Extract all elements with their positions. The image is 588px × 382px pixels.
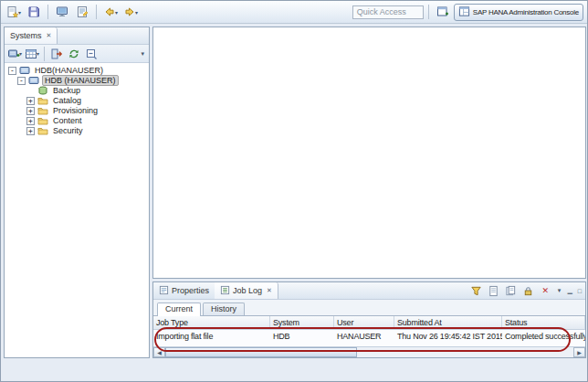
- lock-icon: [522, 285, 534, 297]
- log-off-button[interactable]: [48, 46, 65, 61]
- add-system-button[interactable]: ▾: [6, 46, 23, 61]
- table-row[interactable]: Importing flat file HDB HANAUSER Thu Nov…: [153, 330, 585, 342]
- column-header-submitted-at[interactable]: Submitted At: [394, 316, 502, 329]
- open-perspective-button[interactable]: [434, 3, 452, 21]
- log-off-icon: [50, 48, 63, 60]
- tab-job-log[interactable]: Job Log ✕: [215, 282, 278, 299]
- column-header-system[interactable]: System: [270, 316, 334, 329]
- main-toolbar: ▾ ▾ ▾ Quick Access SAP HANA Administrati…: [1, 1, 587, 24]
- quick-access-input[interactable]: Quick Access: [352, 5, 424, 19]
- remove-icon: ✕: [542, 286, 550, 295]
- scroll-lock-button[interactable]: [520, 283, 536, 298]
- sql-console-button[interactable]: [73, 3, 91, 21]
- perspective-label: SAP HANA Administration Console: [473, 8, 579, 16]
- view-menu-button[interactable]: ▾: [138, 50, 147, 58]
- export-log-button[interactable]: [486, 283, 501, 298]
- expander-icon[interactable]: -: [17, 77, 26, 85]
- subtab-current[interactable]: Current: [157, 302, 201, 316]
- view-menu-button[interactable]: ▾: [555, 287, 564, 294]
- tree-item-label: Security: [51, 126, 85, 135]
- expander-icon[interactable]: +: [26, 107, 35, 115]
- toolbar-separator: [96, 5, 97, 19]
- close-icon[interactable]: ✕: [267, 287, 272, 294]
- forward-button[interactable]: ▾: [121, 3, 140, 21]
- chevron-down-icon: ▾: [135, 9, 138, 16]
- toolbar-separator: [428, 5, 429, 19]
- cell-submitted-at: Thu Nov 26 19:45:42 IST 2015: [394, 330, 502, 342]
- systems-tabbar: Systems ✕: [5, 27, 149, 45]
- expander-icon[interactable]: +: [26, 97, 35, 105]
- back-icon: [103, 5, 116, 18]
- job-log-panel: Properties Job Log ✕: [152, 281, 586, 358]
- tree-item-hdb-hanauser-root[interactable]: - HDB(HANAUSER): [5, 66, 149, 75]
- add-system-icon: [7, 48, 20, 60]
- folder-icon: [37, 125, 48, 136]
- tree-item-catalog[interactable]: + Catalog: [5, 96, 149, 105]
- bottom-tabbar: Properties Job Log ✕: [153, 282, 585, 300]
- expander-icon[interactable]: +: [26, 127, 35, 135]
- tree-item-security[interactable]: + Security: [5, 126, 149, 135]
- refresh-button[interactable]: [66, 46, 82, 61]
- close-icon[interactable]: ✕: [47, 32, 52, 39]
- editor-area: [152, 27, 586, 279]
- column-header-user[interactable]: User: [334, 316, 394, 329]
- toolbar-separator: [44, 47, 45, 61]
- cell-user: HANAUSER: [334, 330, 394, 342]
- perspective-icon: [458, 5, 470, 19]
- clear-log-button[interactable]: [503, 283, 519, 298]
- systems-tab-label: Systems: [10, 31, 42, 40]
- cell-status: Completed successfully: [502, 330, 585, 342]
- clear-log-icon: [505, 285, 517, 297]
- tree-item-label: HDB (HANAUSER): [42, 75, 119, 86]
- properties-tab-icon: [159, 285, 169, 297]
- expander-icon[interactable]: -: [8, 67, 16, 75]
- expander-icon[interactable]: +: [26, 117, 35, 125]
- job-log-tab-icon: [220, 285, 230, 297]
- scroll-left-button[interactable]: ◀: [153, 347, 165, 357]
- chevron-down-icon: ▾: [37, 50, 39, 57]
- horizontal-scrollbar[interactable]: ◀ ▶: [153, 346, 585, 357]
- chevron-down-icon: ▾: [115, 9, 118, 16]
- tree-item-content[interactable]: + Content: [5, 116, 149, 125]
- tree-item-label: HDB(HANAUSER): [33, 66, 105, 75]
- scroll-right-button[interactable]: ▶: [573, 347, 585, 357]
- open-perspective-icon: [436, 5, 449, 18]
- back-button[interactable]: ▾: [101, 3, 120, 21]
- minimize-button[interactable]: ▁: [565, 287, 573, 294]
- new-wizard-icon: [6, 5, 19, 18]
- column-header-status[interactable]: Status: [502, 316, 585, 329]
- systems-tree: - HDB(HANAUSER) - HDB (HANAUSER) Backup …: [5, 63, 149, 135]
- administration-icon: [56, 5, 68, 18]
- tree-item-hdb-hanauser[interactable]: - HDB (HANAUSER): [5, 76, 149, 85]
- sql-console-icon: [76, 5, 89, 18]
- tree-item-label: Provisioning: [51, 106, 100, 115]
- tab-properties[interactable]: Properties: [153, 282, 215, 299]
- save-icon: [27, 5, 40, 18]
- system-view-button[interactable]: ▾: [24, 46, 40, 61]
- filter-button[interactable]: [468, 283, 484, 298]
- job-log-subtabs: Current History: [153, 300, 585, 316]
- toolbar-separator: [47, 5, 48, 19]
- tree-item-provisioning[interactable]: + Provisioning: [5, 106, 149, 115]
- tab-systems[interactable]: Systems ✕: [5, 27, 58, 44]
- chevron-down-icon: ▾: [19, 50, 22, 57]
- collapse-all-button[interactable]: [83, 46, 100, 61]
- maximize-button[interactable]: □: [576, 288, 583, 294]
- administration-button[interactable]: [53, 3, 71, 21]
- export-log-icon: [488, 285, 499, 297]
- table-header-row: Job Type System User Submitted At Status: [153, 316, 585, 330]
- perspective-button[interactable]: SAP HANA Administration Console: [454, 4, 583, 21]
- save-button[interactable]: [25, 3, 43, 21]
- new-wizard-button[interactable]: ▾: [5, 3, 23, 21]
- subtab-history[interactable]: History: [203, 302, 245, 315]
- column-header-job-type[interactable]: Job Type: [153, 316, 270, 329]
- tree-item-backup[interactable]: Backup: [5, 86, 149, 95]
- tree-item-label: Catalog: [51, 96, 83, 105]
- properties-tab-label: Properties: [172, 286, 209, 295]
- scrollbar-thumb[interactable]: [165, 347, 357, 357]
- remove-job-button[interactable]: ✕: [538, 283, 553, 298]
- refresh-icon: [68, 48, 80, 60]
- tree-item-label: Content: [51, 116, 84, 125]
- job-log-table: Job Type System User Submitted At Status…: [153, 316, 585, 342]
- collapse-all-icon: [85, 48, 98, 60]
